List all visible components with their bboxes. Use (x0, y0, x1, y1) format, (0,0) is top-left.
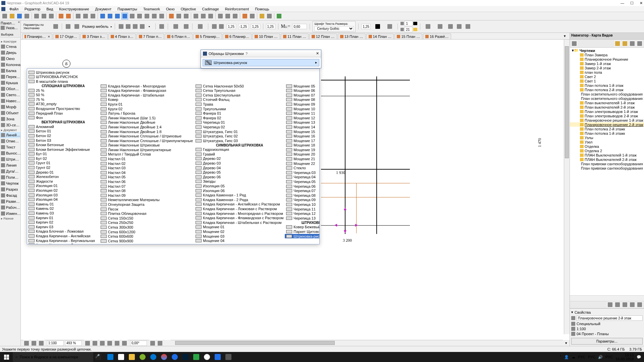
tb-files[interactable] (127, 352, 137, 362)
tree-item[interactable]: План потолка 2-й этажк (570, 127, 644, 131)
hatch-item[interactable]: Изоляция 06 (194, 188, 285, 193)
tray-clock[interactable]: 13:11 16.03.2018 (615, 353, 634, 361)
toolbox-item[interactable]: Обол… (0, 86, 20, 92)
hatch-item[interactable]: Настил 07 (99, 184, 194, 189)
vb-z5[interactable] (114, 340, 120, 346)
hatch-item[interactable]: Камень 01 (27, 202, 99, 206)
toolbox-item[interactable]: Зона (0, 116, 20, 122)
hatch-item[interactable]: ШТРИХОВКА-РИСУНОК (27, 75, 319, 79)
prop-name[interactable] (577, 315, 643, 321)
hatch-item[interactable]: Черепица 11 (285, 207, 320, 212)
toolbox-item[interactable]: Морф (0, 104, 20, 110)
hatch-item[interactable]: Линии Наклонные Сплошные / Штриховые (99, 134, 194, 138)
hatch-item[interactable]: Гравий (194, 152, 285, 157)
vb-b1[interactable] (23, 340, 30, 346)
ib-end5[interactable] (465, 23, 471, 30)
tab-7[interactable]: 6 Планир… (223, 34, 252, 39)
ib-arr2[interactable] (218, 23, 225, 30)
nfa-1[interactable] (607, 301, 613, 308)
menu-objective[interactable]: Objective (178, 7, 199, 11)
hatch-item[interactable]: Изоляция 02 (27, 188, 99, 193)
hatch-item[interactable]: Песок (99, 207, 194, 212)
ib-rot[interactable] (158, 23, 165, 30)
menu-view[interactable]: Вид (44, 7, 56, 11)
vb-a1[interactable] (149, 340, 156, 346)
hatch-item[interactable]: Металл / Твердый Сплав (99, 152, 194, 157)
ib-arrow[interactable] (171, 23, 181, 30)
toolbox-item[interactable]: Свето… (0, 92, 20, 98)
hatch-selected-field[interactable]: Штриховка-рисунок ▶ (203, 59, 319, 66)
hatch-item[interactable]: Штукатурка, Гипс 02 (194, 134, 285, 138)
nav-scroll-h[interactable] (570, 295, 644, 301)
hatch-item[interactable]: Кирпич 02 (27, 220, 99, 225)
tree-item[interactable]: План Замера (570, 53, 644, 57)
hatch-item[interactable]: Настил 02 (99, 161, 194, 166)
hatch-item[interactable]: Настил 05 (99, 175, 194, 180)
taskbar-search[interactable]: ○ Поиск в Яндексе и на компьютере (13, 352, 93, 362)
ib-m[interactable]: 0,60 (292, 24, 307, 29)
tree-item[interactable]: Планировочное решение 2-й этаж (570, 122, 644, 127)
tray-people-icon[interactable]: 👤 (564, 355, 569, 359)
hatch-item[interactable]: Сетка 600x600 (99, 234, 194, 239)
hatch-item[interactable]: Мощение 21 (285, 157, 320, 161)
tb-sheet[interactable] (217, 13, 224, 19)
ib-eye[interactable] (73, 23, 80, 30)
tb-wand[interactable] (82, 13, 89, 19)
nfa-4[interactable] (629, 301, 636, 308)
hatch-item[interactable]: Кладка Кирпичная - Штабельная (99, 93, 194, 98)
hatch-item[interactable]: Штриховка-рисунок (285, 234, 320, 239)
hatch-item[interactable]: Мощение 15 (285, 129, 320, 134)
vb-z1[interactable] (84, 340, 91, 346)
hatch-item[interactable]: Мощение 07 (285, 93, 320, 98)
ib-dim1[interactable] (118, 23, 124, 30)
hatch-item[interactable]: Настил 03 (99, 166, 194, 170)
hatch-item[interactable]: Штукатурка, Гипс 03 (194, 138, 285, 143)
ib-dim3[interactable] (132, 23, 139, 30)
tree-item[interactable]: План потолка 1-й этаж (570, 83, 644, 87)
hatch-item[interactable]: Мощение 06 (285, 88, 320, 93)
hatch-item[interactable]: Сетка Треугольная (194, 88, 285, 93)
hatch-item[interactable]: Мощение 13 (285, 120, 320, 125)
tab-6[interactable]: 5 Планир… (193, 34, 222, 39)
tab-11[interactable]: 13 План … (338, 34, 366, 39)
hatch-item[interactable]: Линии Наклонные Штриховые (99, 143, 194, 148)
toolbox-item[interactable]: Дуга/… (0, 168, 20, 174)
ib-g3[interactable]: 21 (405, 27, 413, 32)
vb-zoom[interactable]: 493 % (65, 341, 82, 346)
toolbox-item[interactable]: Разрез (0, 186, 20, 192)
hatch-item[interactable]: В масштабе плана (27, 79, 319, 84)
tb-more2[interactable] (158, 13, 165, 19)
hatch-dialog-close[interactable]: ✕ (316, 51, 319, 56)
hatch-item[interactable]: Огнеупорная Защита (99, 202, 194, 207)
toolbox-item[interactable]: Объект (0, 110, 20, 116)
ib-layer[interactable] (65, 23, 71, 30)
hatch-item[interactable]: Мощение 17 (285, 138, 320, 143)
menu-document[interactable]: Документ (93, 7, 114, 11)
hatch-item[interactable]: Бетон 02 (27, 133, 99, 138)
hatch-item[interactable]: Кладка Кирпичная - Английская с Растворо… (194, 202, 285, 207)
menu-file[interactable]: Файл (7, 7, 21, 11)
hatch-item[interactable]: Черепица 09 (285, 198, 320, 202)
tray-notifications-icon[interactable]: 💬 (637, 355, 641, 359)
hatch-item[interactable]: Блоки Бетонные (27, 142, 99, 147)
hatch-item[interactable]: Дерево 02 (194, 157, 285, 161)
ib-weight[interactable] (385, 23, 395, 30)
hatch-item[interactable]: Дерево 03 (194, 161, 285, 166)
hatch-item[interactable]: Мощение 03 (194, 234, 285, 239)
nav-tb-proj[interactable] (614, 40, 621, 47)
hatch-item[interactable]: Изоляция 03 (27, 193, 99, 197)
nfa-3[interactable] (622, 301, 628, 308)
tab-0[interactable]: Планиро…× (22, 34, 52, 39)
ib-end4[interactable] (456, 23, 463, 30)
vb-scale[interactable]: 1:100 (47, 341, 64, 346)
tb-copy[interactable] (41, 13, 47, 19)
hatch-item[interactable]: Черепица 10 (285, 202, 320, 207)
hatch-item[interactable]: Плитка Облицовочная (99, 211, 194, 216)
tree-item[interactable]: План потолка 2-й этаж (570, 87, 644, 92)
tb-grid[interactable] (129, 13, 136, 19)
tree-item[interactable]: План привязки сантехоборудования 1-й эт (570, 162, 644, 166)
tb-ps[interactable] (180, 352, 191, 362)
hatch-item[interactable]: Бетон 01 (27, 129, 99, 134)
toolbox-item[interactable]: Текст (0, 144, 20, 150)
hatch-item[interactable]: Дерево 06 (194, 175, 285, 179)
